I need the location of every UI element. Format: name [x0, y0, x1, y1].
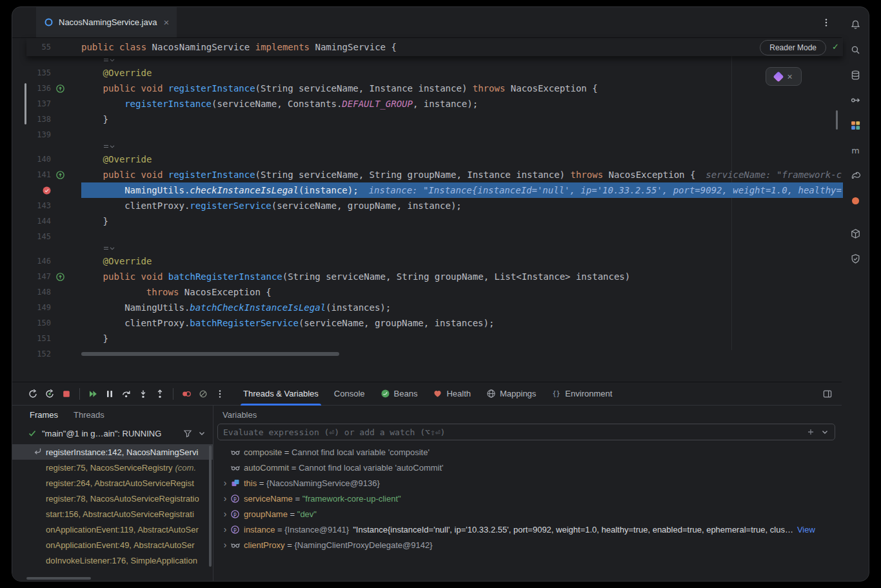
fold-marker-icon[interactable] [103, 246, 115, 252]
thread-selector[interactable]: "main"@1 in g…ain": RUNNING [12, 424, 213, 443]
pause-button[interactable] [102, 386, 117, 402]
variable-row[interactable]: ›pinstance = {Instance@9141}"Instance{in… [213, 522, 842, 537]
editor-vertical-scrollbar[interactable] [836, 110, 838, 130]
code-text[interactable]: registerInstance(serviceName, Constants.… [81, 96, 843, 112]
code-line-135[interactable]: 135@Override [26, 65, 843, 81]
code-text[interactable]: } [81, 213, 843, 229]
tab-mappings[interactable]: Mappings [479, 382, 544, 405]
filter-funnel-icon[interactable] [183, 429, 192, 438]
line-number[interactable]: 138 [26, 115, 51, 124]
code-text[interactable]: throws NacosException { [81, 284, 843, 300]
chevron-right-icon[interactable]: › [220, 540, 230, 549]
tab-threads[interactable]: Threads [74, 410, 104, 420]
chevron-right-icon[interactable]: › [220, 525, 230, 534]
chevron-down-icon[interactable] [197, 429, 206, 438]
ai-assistant-popup[interactable]: × [766, 67, 802, 86]
chevron-down-icon[interactable] [820, 427, 829, 436]
add-watch-icon[interactable] [806, 427, 815, 436]
packages-icon[interactable] [847, 117, 864, 133]
line-number[interactable]: 146 [26, 257, 51, 266]
line-number[interactable]: 55 [26, 43, 51, 52]
shield-icon[interactable] [847, 250, 864, 267]
stack-frame[interactable]: registerInstance:142, NacosNamingServi [12, 444, 213, 460]
stack-frame[interactable]: onApplicationEvent:49, AbstractAutoSer [12, 537, 213, 553]
variable-row[interactable]: autoCommit = Cannot find local variable … [213, 460, 842, 475]
code-text[interactable]: @Override [81, 253, 843, 269]
stack-frame[interactable]: register:78, NacosAutoServiceRegistratio [12, 491, 213, 506]
frames-vertical-scrollbar[interactable] [209, 446, 212, 567]
fold-marker-icon[interactable] [103, 144, 115, 150]
code-text[interactable]: clientProxy.batchRegisterService(service… [81, 315, 843, 331]
chevron-right-icon[interactable]: › [220, 478, 230, 487]
gradle-icon[interactable] [847, 167, 864, 184]
code-line-139[interactable]: 139 [26, 127, 843, 142]
line-number[interactable]: 140 [26, 155, 51, 164]
mute-breakpoints-button[interactable] [195, 386, 211, 402]
code-text[interactable]: } [81, 112, 843, 127]
code-line-136[interactable]: 136public void registerInstance(String s… [26, 81, 843, 96]
tab-console[interactable]: Console [326, 382, 373, 405]
code-line-147[interactable]: 147public void batchRegisterInstance(Str… [26, 269, 843, 284]
line-number[interactable]: 137 [26, 99, 51, 108]
code-line-140[interactable]: 140@Override [26, 152, 843, 167]
stack-frame[interactable]: onApplicationEvent:119, AbstractAutoSer [12, 522, 213, 537]
stack-frame[interactable]: start:156, AbstractAutoServiceRegistrati [12, 506, 213, 522]
variable-row[interactable]: ›clientProxy = {NamingClientProxyDelegat… [213, 537, 842, 553]
view-link[interactable]: View [797, 525, 815, 534]
code-text[interactable]: NamingUtils.batchCheckInstanceIsLegal(in… [81, 300, 843, 315]
code-line-145[interactable]: 145 [26, 229, 843, 244]
code-text[interactable]: NamingUtils.checkInstanceIsLegal(instanc… [81, 182, 843, 198]
variable-row[interactable]: ›pserviceName = "framework-core-up-clien… [213, 491, 842, 506]
stack-frame[interactable]: register:75, NacosServiceRegistry(com. [12, 460, 213, 475]
step-into-button[interactable] [135, 386, 151, 402]
folded-doc-marker[interactable] [26, 142, 843, 152]
variable-row[interactable]: ›this = {NacosNamingService@9136} [213, 475, 842, 491]
fold-marker-icon[interactable] [103, 57, 115, 64]
evaluate-expression-input[interactable] [223, 427, 801, 437]
code-line-55[interactable]: 55public class NacosNamingService implem… [26, 38, 843, 56]
line-number[interactable]: 149 [26, 303, 51, 312]
stack-frame[interactable]: doInvokeListener:176, SimpleApplication [12, 553, 213, 568]
maven-icon[interactable]: m [847, 142, 864, 159]
endpoints-icon[interactable] [847, 92, 864, 108]
resume-button[interactable] [85, 386, 101, 402]
line-number[interactable]: 141 [26, 170, 51, 179]
search-icon[interactable] [847, 41, 864, 58]
rerun-debug-button[interactable] [42, 386, 57, 402]
code-line-151[interactable]: 151} [26, 331, 843, 346]
tab-threads-variables[interactable]: Threads & Variables [235, 382, 326, 405]
close-icon[interactable]: × [162, 17, 170, 27]
tab-nacos-naming-service[interactable]: NacosNamingService.java × [36, 7, 177, 37]
variable-row[interactable]: ›pgroupName = "dev" [213, 506, 842, 522]
code-line-148[interactable]: 148throws NacosException { [26, 284, 843, 300]
code-line-146[interactable]: 146@Override [26, 253, 843, 269]
tab-health[interactable]: Health [425, 382, 479, 405]
line-number[interactable]: 135 [26, 68, 51, 77]
inspections-ok-icon[interactable]: ✓ [832, 42, 839, 52]
code-text[interactable]: @Override [81, 152, 843, 167]
chevron-right-icon[interactable]: › [220, 509, 230, 518]
step-over-button[interactable] [119, 386, 134, 402]
override-marker-icon[interactable] [51, 273, 81, 281]
override-marker-icon[interactable] [51, 84, 81, 93]
breakpoint-icon[interactable] [26, 186, 51, 195]
override-marker-icon[interactable] [51, 171, 81, 179]
more-button[interactable] [212, 386, 228, 402]
code-text[interactable]: public void batchRegisterInstance(String… [81, 269, 843, 284]
line-number[interactable]: 139 [26, 130, 51, 139]
tab-frames[interactable]: Frames [30, 410, 58, 420]
tab-beans[interactable]: Beans [373, 382, 426, 405]
step-out-button[interactable] [152, 386, 168, 402]
line-number[interactable]: 150 [26, 318, 51, 328]
folded-doc-marker[interactable] [26, 244, 843, 253]
line-number[interactable]: 148 [26, 288, 51, 297]
code-line-149[interactable]: 149NamingUtils.batchCheckInstanceIsLegal… [26, 300, 843, 315]
database-icon[interactable] [847, 66, 864, 83]
code-editor[interactable]: 135@Override136public void registerInsta… [26, 56, 843, 362]
notifications-bell-icon[interactable] [847, 16, 864, 33]
stack-frame[interactable]: register:264, AbstractAutoServiceRegist [12, 475, 213, 491]
code-line-137[interactable]: 137registerInstance(serviceName, Constan… [26, 96, 843, 112]
view-breakpoints-button[interactable] [179, 386, 194, 402]
ai-assistant-icon[interactable] [773, 71, 784, 82]
rerun-button[interactable] [25, 386, 41, 402]
